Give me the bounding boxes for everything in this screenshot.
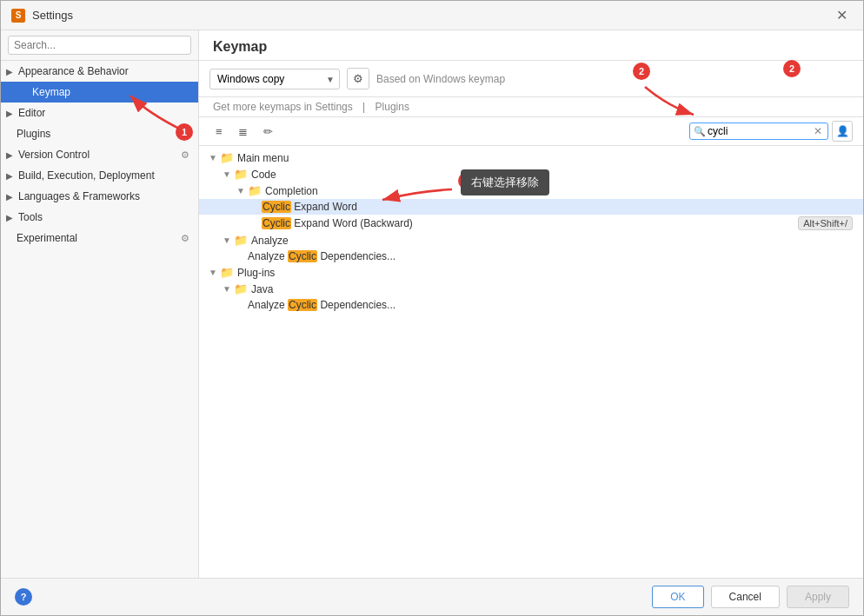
settings-icon: ⚙: [181, 233, 189, 244]
tree-item-main-menu[interactable]: ▼ 📁 Main menu: [199, 149, 863, 166]
label-after: Expand Word (Backward): [294, 217, 413, 229]
tree-row: Analyze Cyclic Dependencies...: [199, 299, 863, 311]
bottom-left: ?: [15, 586, 645, 608]
highlight-text: Cyclic: [262, 217, 291, 229]
app-icon: S: [11, 9, 25, 23]
search-container: 🔍 ✕ 👤: [689, 121, 853, 142]
keymap-select[interactable]: Windows copy: [209, 69, 340, 89]
sidebar-search-container: [1, 30, 198, 61]
collapse-icon: ▼: [234, 186, 248, 195]
tree-label: Completion: [265, 185, 853, 197]
tree-item-java[interactable]: ▼ 📁 Java: [199, 281, 863, 297]
main-content: ▶ Appearance & Behavior Keymap ▶ Editor …: [1, 30, 863, 578]
keymap-controls: Windows copy ▼ ⚙ Based on Windows keymap…: [199, 61, 863, 97]
tree-area: ▼ 📁 Main menu ▼ 📁 Code: [199, 146, 863, 578]
expand-arrow-icon: ▶: [6, 109, 13, 118]
cancel-button[interactable]: Cancel: [711, 586, 780, 608]
clear-search-button[interactable]: ✕: [812, 125, 824, 137]
collapse-icon: ▼: [220, 169, 234, 179]
highlight-text: Cyclic: [288, 250, 317, 262]
tree-item-cyclic-expand-word[interactable]: Cyclic Expand Word: [199, 199, 863, 215]
settings-icon: ⚙: [181, 129, 189, 140]
tree-label: Code: [251, 169, 853, 181]
tree-row: Cyclic Expand Word (Backward) Alt+Shift+…: [199, 216, 863, 230]
tree-label: Cyclic Expand Word: [262, 201, 853, 213]
folder-icon: 📁: [234, 282, 248, 295]
sidebar-item-label: Languages & Frameworks: [18, 190, 140, 202]
edit-button[interactable]: ✏: [257, 122, 279, 142]
keymap-select-wrapper: Windows copy ▼: [209, 69, 340, 89]
collapse-icon: ▼: [206, 268, 220, 277]
tree-row: ▼ 📁 Plug-ins: [199, 266, 863, 279]
collapse-all-button[interactable]: ≣: [232, 122, 254, 142]
folder-icon: 📁: [220, 151, 234, 164]
tree-label: Analyze: [251, 235, 853, 247]
get-more-link[interactable]: Get more keymaps in Settings | Plugins: [199, 97, 863, 117]
tooltip-text: 右键选择移除: [471, 176, 539, 189]
keymap-gear-button[interactable]: ⚙: [347, 68, 369, 89]
sidebar-item-version-control[interactable]: ▶ Version Control ⚙: [1, 144, 198, 165]
sidebar-item-tools[interactable]: ▶ Tools: [1, 207, 198, 228]
expand-arrow-icon: ▶: [6, 67, 13, 76]
collapse-icon: ▼: [220, 284, 234, 294]
help-button[interactable]: ?: [15, 588, 32, 606]
sidebar-item-languages[interactable]: ▶ Languages & Frameworks: [1, 186, 198, 207]
shortcut-badge: Alt+Shift+/: [798, 216, 853, 230]
search-input[interactable]: [708, 125, 812, 137]
tree-item-analyze-cyclic-java[interactable]: Analyze Cyclic Dependencies...: [199, 297, 863, 313]
tree-label: Analyze Cyclic Dependencies...: [248, 250, 853, 262]
right-panel: Keymap Windows copy ▼ ⚙ Based on Windows…: [199, 30, 863, 578]
tree-row: ▼ 📁 Java: [199, 282, 863, 295]
search-icon: 🔍: [694, 126, 706, 137]
tree-item-plugins[interactable]: ▼ 📁 Plug-ins: [199, 264, 863, 281]
ok-button[interactable]: OK: [652, 586, 703, 608]
sidebar-item-appearance[interactable]: ▶ Appearance & Behavior: [1, 61, 198, 82]
label-after: Expand Word: [294, 201, 357, 213]
sidebar-item-editor[interactable]: ▶ Editor: [1, 103, 198, 123]
plugins-link: Plugins: [376, 101, 409, 113]
get-more-text: Get more keymaps in Settings: [213, 101, 353, 113]
tree-label: Analyze Cyclic Dependencies...: [248, 299, 853, 311]
sidebar-item-experimental[interactable]: Experimental ⚙: [1, 228, 198, 248]
toolbar: ≡ ≣ ✏ 🔍 ✕ 👤: [199, 117, 863, 146]
sidebar-item-plugins[interactable]: Plugins ⚙: [1, 123, 198, 144]
tree-label: Java: [251, 283, 853, 295]
folder-icon: 📁: [234, 168, 248, 181]
title-bar-left: S Settings: [11, 9, 73, 23]
folder-icon: 📁: [234, 234, 248, 247]
apply-button[interactable]: Apply: [787, 586, 849, 608]
close-button[interactable]: ✕: [831, 5, 853, 25]
expand-arrow-icon: ▶: [6, 171, 13, 181]
folder-icon: 📁: [220, 266, 234, 279]
tree-row: Analyze Cyclic Dependencies...: [199, 250, 863, 262]
sidebar-item-build[interactable]: ▶ Build, Execution, Deployment: [1, 165, 198, 186]
tree-item-cyclic-expand-word-backward[interactable]: Cyclic Expand Word (Backward) Alt+Shift+…: [199, 215, 863, 232]
search-options-button[interactable]: 👤: [832, 121, 853, 142]
context-menu-tooltip: 右键选择移除: [461, 169, 549, 195]
tree-label: Cyclic Expand Word (Backward): [262, 217, 798, 229]
sidebar-item-label: Version Control: [18, 149, 90, 161]
highlight-text: Cyclic: [262, 201, 291, 213]
window-title: Settings: [32, 9, 73, 22]
pipe-separator: |: [362, 101, 368, 113]
sidebar-item-label: Experimental: [17, 232, 77, 244]
collapse-icon: ▼: [220, 235, 234, 245]
tree-item-analyze[interactable]: ▼ 📁 Analyze: [199, 232, 863, 248]
collapse-icon: ▼: [206, 153, 220, 162]
settings-window: S Settings ✕ ▶ Appearance & Behavior Key…: [0, 0, 864, 616]
highlight-text: Cyclic: [288, 299, 317, 311]
sidebar-item-keymap[interactable]: Keymap: [1, 82, 198, 103]
settings-icon: ⚙: [181, 149, 189, 161]
based-on-text: Based on Windows keymap: [376, 73, 505, 85]
expand-arrow-icon: ▶: [6, 150, 13, 160]
label-before: Analyze: [248, 299, 288, 311]
folder-icon: 📁: [248, 184, 262, 197]
tree-row: Cyclic Expand Word: [199, 201, 863, 213]
tree-label: Main menu: [237, 152, 853, 164]
label-before: Analyze: [248, 250, 288, 262]
label-after: Dependencies...: [320, 250, 395, 262]
expand-all-button[interactable]: ≡: [209, 122, 229, 142]
tree-item-analyze-cyclic[interactable]: Analyze Cyclic Dependencies...: [199, 248, 863, 264]
sidebar-search-input[interactable]: [8, 36, 191, 55]
label-after: Dependencies...: [320, 299, 395, 311]
